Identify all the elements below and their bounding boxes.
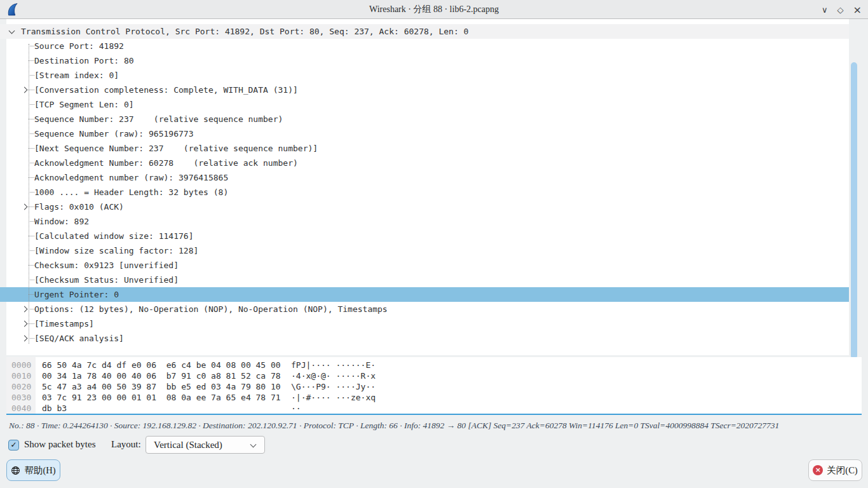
packet-bytes-pane[interactable]: 000066 50 4a 7c d4 df e0 06 e6 c4 be 04 …	[6, 357, 862, 415]
tree-twig-line	[29, 294, 34, 295]
tree-row[interactable]: Acknowledgment Number: 60278 (relative a…	[0, 156, 849, 170]
tree-twig-line	[29, 338, 34, 339]
tree-row[interactable]: Checksum: 0x9123 [unverified]	[0, 258, 849, 273]
tree-row-label: Sequence Number (raw): 965196773	[34, 129, 193, 139]
hex-row[interactable]: 00205c 47 a3 a4 00 50 39 87 bb e5 ed 03 …	[6, 381, 376, 392]
title-bar[interactable]: Wireshark · 分组 88 · lib6-2.pcapng ∨ ◇ ×	[0, 0, 868, 19]
tree-row[interactable]: Acknowledgment number (raw): 3976415865	[0, 170, 849, 185]
tree-row[interactable]: [TCP Segment Len: 0]	[0, 97, 849, 112]
tree-twig-line	[29, 75, 34, 76]
tree-row[interactable]: Flags: 0x010 (ACK)	[0, 200, 849, 214]
tree-twig-line	[29, 221, 34, 222]
maximize-icon[interactable]: ◇	[837, 5, 844, 15]
tree-twig-line	[29, 250, 34, 251]
tree-twig-line	[29, 280, 34, 280]
minimize-icon[interactable]: ∨	[822, 5, 828, 15]
expander-collapsed-icon[interactable]	[22, 306, 28, 313]
tree-twig-line	[29, 265, 34, 266]
tree-twig-line	[29, 133, 34, 134]
hex-ascii[interactable]: ·|·#···· ···ze·xq	[291, 393, 376, 402]
tree-row[interactable]: Window: 892	[0, 214, 849, 229]
tree-row-label: [Window size scaling factor: 128]	[34, 246, 198, 255]
close-red-icon: ×	[813, 465, 823, 475]
hex-rows: 000066 50 4a 7c d4 df e0 06 e6 c4 be 04 …	[6, 360, 376, 414]
hex-bytes[interactable]: 5c 47 a3 a4 00 50 39 87 bb e5 ed 03 4a 7…	[42, 381, 291, 392]
close-button[interactable]: × 关闭(C)	[808, 459, 862, 481]
layout-label: Layout:	[111, 439, 141, 450]
tree-row-label: Flags: 0x010 (ACK)	[34, 202, 124, 212]
expander-collapsed-icon[interactable]	[22, 321, 28, 327]
tree-row-label: [Stream index: 0]	[34, 71, 119, 80]
help-button[interactable]: 帮助(H)	[6, 459, 60, 481]
packet-summary-line: No.: 88 · Time: 0.244264130 · Source: 19…	[9, 420, 863, 431]
expander-collapsed-icon[interactable]	[22, 336, 28, 342]
show-packet-bytes-label[interactable]: Show packet bytes	[24, 439, 95, 450]
tree-row-label: 1000 .... = Header Length: 32 bytes (8)	[34, 187, 228, 197]
tree-row[interactable]: [Stream index: 0]	[0, 68, 849, 83]
layout-select-value: Vertical (Stacked)	[154, 437, 222, 453]
show-packet-bytes-checkbox[interactable]: ✓	[8, 440, 19, 451]
tree-row[interactable]: Destination Port: 80	[0, 53, 849, 68]
tree-row-label: Destination Port: 80	[34, 56, 134, 65]
packet-detail-dialog: Wireshark · 分组 88 · lib6-2.pcapng ∨ ◇ × …	[0, 0, 868, 488]
hex-ascii[interactable]: ··	[291, 403, 301, 413]
hex-offset: 0020	[6, 381, 36, 392]
expander-collapsed-icon[interactable]	[22, 204, 28, 210]
hex-ascii[interactable]: \G···P9· ····Jy··	[291, 382, 376, 391]
tree-row-selected[interactable]: Urgent Pointer: 0	[0, 287, 849, 302]
expander-expanded-icon[interactable]	[9, 28, 15, 34]
close-icon[interactable]: ×	[853, 4, 862, 16]
tree-scrollbar[interactable]	[850, 19, 858, 361]
tree-row-label: Acknowledgment number (raw): 3976415865	[34, 173, 228, 182]
tree-row-label: Options: (12 bytes), No-Operation (NOP),…	[34, 304, 388, 314]
tree-row-label: [Checksum Status: Unverified]	[34, 275, 179, 285]
tree-row[interactable]: 1000 .... = Header Length: 32 bytes (8)	[0, 185, 849, 200]
tree-row[interactable]: [Calculated window size: 114176]	[0, 229, 849, 243]
tree-row-label: Checksum: 0x9123 [unverified]	[34, 261, 179, 270]
hex-row[interactable]: 0040db b3··	[6, 403, 376, 414]
hex-offset: 0000	[6, 360, 36, 370]
tree-row[interactable]: [SEQ/ACK analysis]	[0, 331, 849, 346]
packet-detail-tree: Transmission Control Protocol, Src Port:…	[0, 19, 849, 355]
help-button-label: 帮助(H)	[24, 464, 55, 477]
tree-row-label: [Timestamps]	[34, 319, 94, 329]
tree-row-label: Source Port: 41892	[34, 41, 124, 51]
tree-row[interactable]: Sequence Number (raw): 965196773	[0, 126, 849, 141]
tree-scrollbar-thumb[interactable]	[851, 62, 857, 359]
hex-row[interactable]: 000066 50 4a 7c d4 df e0 06 e6 c4 be 04 …	[6, 360, 376, 370]
hex-bytes[interactable]: 66 50 4a 7c d4 df e0 06 e6 c4 be 04 08 0…	[42, 360, 291, 370]
tree-row[interactable]: Source Port: 41892	[0, 39, 849, 53]
tree-row[interactable]: [Conversation completeness: Complete, WI…	[0, 83, 849, 97]
tree-row[interactable]: [Window size scaling factor: 128]	[0, 243, 849, 258]
tree-twig-line	[29, 104, 34, 105]
tree-twig-line	[29, 60, 34, 61]
hex-row[interactable]: 001000 34 1a 78 40 00 40 06 b7 91 c0 a8 …	[6, 370, 376, 381]
tree-twig-line	[29, 46, 34, 46]
hex-ascii[interactable]: ·4·x@·@· ·····R·x	[291, 371, 376, 381]
tree-row[interactable]: [Timestamps]	[0, 316, 849, 331]
hex-ascii[interactable]: fPJ|···· ······E·	[291, 360, 376, 370]
tree-row[interactable]: Sequence Number: 237 (relative sequence …	[0, 112, 849, 126]
hex-offset: 0040	[6, 403, 36, 414]
tree-twig-line	[29, 309, 34, 309]
tree-row-label: [Conversation completeness: Complete, WI…	[34, 85, 298, 95]
tree-row[interactable]: [Next Sequence Number: 237 (relative seq…	[0, 141, 849, 156]
close-button-label: 关闭(C)	[827, 464, 857, 477]
tree-row-label: Urgent Pointer: 0	[34, 290, 119, 299]
tree-row-label: Sequence Number: 237 (relative sequence …	[34, 114, 283, 124]
tree-row[interactable]: [Checksum Status: Unverified]	[0, 273, 849, 287]
hex-bytes[interactable]: 00 34 1a 78 40 00 40 06 b7 91 c0 a8 81 5…	[42, 370, 291, 381]
tree-row-label: Transmission Control Protocol, Src Port:…	[21, 27, 468, 36]
tree-row[interactable]: Transmission Control Protocol, Src Port:…	[0, 24, 849, 39]
tree-twig-line	[29, 90, 34, 90]
hex-bytes[interactable]: 03 7c 91 23 00 00 01 01 08 0a ee 7a 65 e…	[42, 392, 291, 403]
tree-row[interactable]: Options: (12 bytes), No-Operation (NOP),…	[0, 302, 849, 316]
tree-twig-line	[29, 148, 34, 149]
hex-row[interactable]: 003003 7c 91 23 00 00 01 01 08 0a ee 7a …	[6, 392, 376, 403]
tree-row-label: [Next Sequence Number: 237 (relative seq…	[34, 144, 318, 153]
hex-bytes[interactable]: db b3	[42, 403, 291, 414]
layout-select[interactable]: Vertical (Stacked)	[146, 436, 265, 454]
hex-offset: 0010	[6, 370, 36, 381]
tree-rows: Transmission Control Protocol, Src Port:…	[0, 24, 849, 346]
expander-collapsed-icon[interactable]	[22, 87, 28, 93]
